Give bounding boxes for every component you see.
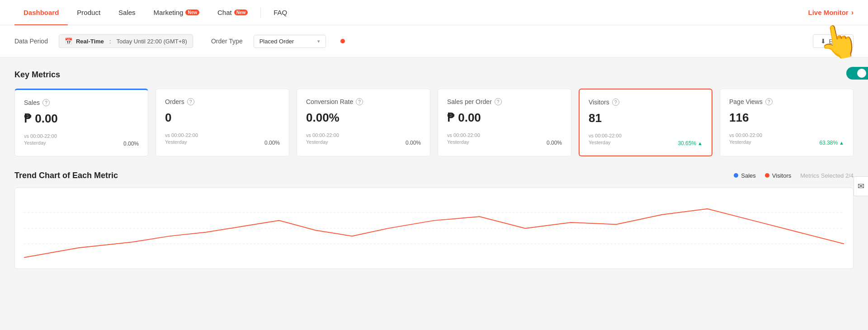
metric-footer-spo: vs 00:00-22:00 Yesterday 0.00% — [447, 132, 562, 146]
metric-footer-pv: vs 00:00-22:00 Yesterday 63.38% ▲ — [729, 132, 844, 146]
metric-value-visitors: 81 — [589, 111, 703, 125]
nav-label-dashboard: Dashboard — [24, 9, 59, 16]
metric-card-header-conversion: Conversion Rate ? — [306, 98, 421, 105]
legend-label-sales: Sales — [741, 172, 756, 179]
main-content: Key Metrics Sales ? ₱ 0.00 vs 00:00-22:0… — [0, 57, 868, 282]
metric-change-pv: 63.38% ▲ — [819, 140, 844, 146]
period-type: Real-Time — [76, 38, 104, 45]
metric-card-header-sales: Sales ? — [24, 99, 139, 106]
metric-value-orders: 0 — [165, 111, 280, 125]
realtime-indicator — [340, 39, 345, 43]
metric-card-page-views: Page Views ? 116 vs 00:00-22:00 Yesterda… — [720, 89, 854, 156]
export-button[interactable]: ⬇ Export — [813, 34, 854, 48]
period-value: Today Until 22:00 (GMT+8) — [116, 38, 187, 45]
live-monitor-label: Live Monitor — [808, 9, 849, 16]
trend-chart-container — [14, 188, 854, 269]
period-selector[interactable]: 📅 Real-Time : Today Until 22:00 (GMT+8) — [59, 34, 193, 48]
metric-vs-spo: vs 00:00-22:00 Yesterday — [447, 132, 480, 146]
key-metrics-title: Key Metrics — [14, 70, 854, 80]
metric-change-visitors: 30.65% ▲ — [678, 140, 703, 146]
metric-title-sales: Sales — [24, 99, 40, 106]
marketing-badge: New — [185, 9, 199, 15]
legend-dot-sales — [734, 173, 738, 178]
metric-title-conversion: Conversion Rate — [306, 98, 353, 105]
toggle-button[interactable] — [846, 67, 868, 80]
info-icon-orders[interactable]: ? — [187, 98, 194, 105]
nav-label-faq: FAQ — [274, 9, 287, 16]
nav-label-chat: Chat — [217, 9, 232, 16]
metric-title-visitors: Visitors — [589, 99, 609, 106]
metric-vs-sales: vs 00:00-22:00 Yesterday — [24, 133, 57, 147]
metric-card-header-visitors: Visitors ? — [589, 99, 703, 106]
metric-value-conversion: 0.00% — [306, 111, 421, 125]
toggle-knob — [857, 69, 866, 78]
metric-vs-conversion: vs 00:00-22:00 Yesterday — [306, 132, 339, 146]
nav-item-sales[interactable]: Sales — [109, 0, 145, 25]
metric-footer-conversion: vs 00:00-22:00 Yesterday 0.00% — [306, 132, 421, 146]
trend-chart-svg — [24, 197, 844, 259]
up-arrow-icon: ▲ — [698, 141, 703, 146]
nav-item-product[interactable]: Product — [68, 0, 109, 25]
chevron-down-icon: ▾ — [317, 38, 320, 44]
period-colon: : — [109, 38, 111, 45]
nav-divider — [260, 7, 261, 18]
trend-chart-header: Trend Chart of Each Metric Sales Visitor… — [14, 171, 854, 180]
up-arrow-icon-pv: ▲ — [839, 140, 844, 146]
metric-card-orders: Orders ? 0 vs 00:00-22:00 Yesterday 0.00… — [156, 89, 289, 156]
metric-footer-orders: vs 00:00-22:00 Yesterday 0.00% — [165, 132, 280, 146]
metric-card-sales: Sales ? ₱ 0.00 vs 00:00-22:00 Yesterday … — [14, 89, 148, 156]
live-monitor-arrow-icon: › — [851, 9, 854, 17]
metric-value-spo: ₱ 0.00 — [447, 111, 562, 125]
nav-item-chat[interactable]: Chat New — [208, 0, 257, 25]
info-icon-pv[interactable]: ? — [765, 98, 773, 105]
filter-bar: Data Period 📅 Real-Time : Today Until 22… — [0, 25, 868, 57]
metric-title-orders: Orders — [165, 98, 184, 105]
metric-footer-visitors: vs 00:00-22:00 Yesterday 30.65% ▲ — [589, 132, 703, 146]
top-navigation: Dashboard Product Sales Marketing New Ch… — [0, 0, 868, 25]
nav-item-dashboard[interactable]: Dashboard — [14, 0, 68, 25]
metric-card-visitors: Visitors ? 81 vs 00:00-22:00 Yesterday 3… — [579, 89, 712, 156]
nav-label-sales: Sales — [118, 9, 136, 16]
metric-vs-orders: vs 00:00-22:00 Yesterday — [165, 132, 198, 146]
chat-badge: New — [234, 9, 248, 15]
metric-card-sales-per-order: Sales per Order ? ₱ 0.00 vs 00:00-22:00 … — [438, 89, 571, 156]
info-icon-spo[interactable]: ? — [495, 98, 502, 105]
nav-item-faq[interactable]: FAQ — [264, 0, 296, 25]
order-type-value: Placed Order — [259, 38, 314, 45]
metrics-selected-text: Metrics Selected 2/4 — [800, 172, 854, 179]
metric-change-spo: 0.00% — [547, 140, 562, 146]
metrics-grid: Sales ? ₱ 0.00 vs 00:00-22:00 Yesterday … — [14, 89, 854, 156]
metric-title-spo: Sales per Order — [447, 98, 492, 105]
download-icon: ⬇ — [821, 38, 826, 45]
live-monitor-button[interactable]: Live Monitor › — [808, 9, 854, 17]
order-type-label: Order Type — [211, 38, 243, 45]
info-icon-sales[interactable]: ? — [42, 99, 50, 106]
calendar-icon: 📅 — [65, 38, 72, 45]
nav-item-marketing[interactable]: Marketing New — [145, 0, 208, 25]
legend-dot-visitors — [765, 173, 769, 178]
export-label: Export — [829, 38, 846, 45]
metric-change-conversion: 0.00% — [406, 140, 421, 146]
metric-title-pv: Page Views — [729, 98, 763, 105]
trend-chart-title: Trend Chart of Each Metric — [14, 171, 118, 180]
metric-card-header-pv: Page Views ? — [729, 98, 844, 105]
trend-legend: Sales Visitors Metrics Selected 2/4 — [734, 172, 854, 179]
legend-label-visitors: Visitors — [772, 172, 791, 179]
metric-card-conversion: Conversion Rate ? 0.00% vs 00:00-22:00 Y… — [297, 89, 430, 156]
info-icon-visitors[interactable]: ? — [612, 99, 619, 106]
metric-vs-pv: vs 00:00-22:00 Yesterday — [729, 132, 762, 146]
metric-change-sales: 0.00% — [123, 141, 139, 147]
nav-label-marketing: Marketing — [154, 9, 184, 16]
metric-footer-sales: vs 00:00-22:00 Yesterday 0.00% — [24, 133, 139, 147]
metric-vs-visitors: vs 00:00-22:00 Yesterday — [589, 132, 622, 146]
feedback-button[interactable]: ✉ — [854, 176, 868, 196]
nav-items: Dashboard Product Sales Marketing New Ch… — [14, 0, 808, 25]
legend-sales: Sales — [734, 172, 756, 179]
mail-icon: ✉ — [858, 181, 864, 191]
metric-card-header-spo: Sales per Order ? — [447, 98, 562, 105]
order-type-dropdown[interactable]: Placed Order ▾ — [254, 35, 326, 48]
info-icon-conversion[interactable]: ? — [356, 98, 363, 105]
data-period-label: Data Period — [14, 38, 48, 45]
metric-value-sales: ₱ 0.00 — [24, 112, 139, 126]
nav-label-product: Product — [77, 9, 100, 16]
